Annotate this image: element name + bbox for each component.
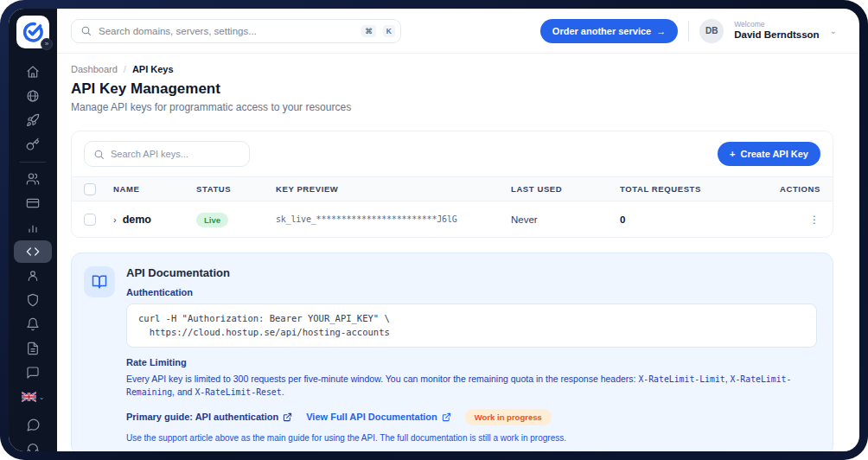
order-service-label: Order another service <box>552 26 651 36</box>
table-row: › demo Live sk_live_********************… <box>72 201 833 237</box>
rate-text-prefix: Every API key is limited to 300 requests… <box>126 374 638 384</box>
sidebar-item-users[interactable] <box>14 168 52 190</box>
sidebar-item-chat[interactable] <box>14 413 52 436</box>
bell-icon <box>26 317 40 331</box>
api-key-search-input[interactable] <box>111 149 240 159</box>
external-link-icon <box>283 412 292 422</box>
topbar: ⌘ K Order another service → DB Welcome D… <box>57 9 859 54</box>
logo-container: » <box>16 16 49 48</box>
message-square-icon <box>26 366 40 380</box>
sidebar-item-billing[interactable] <box>14 192 52 214</box>
docs-body: API Documentation Authentication curl -H… <box>126 266 817 443</box>
rocket-icon <box>26 113 40 127</box>
page-subtitle: Manage API keys for programmatic access … <box>71 101 833 113</box>
primary-guide-label: Primary guide: API authentication <box>126 412 278 422</box>
code-icon <box>26 245 40 259</box>
book-open-icon <box>92 274 107 290</box>
row-actions-menu[interactable]: ⋮ <box>772 214 820 226</box>
rate-text-suffix: . <box>282 387 284 397</box>
app-window: » <box>9 9 859 451</box>
global-search[interactable]: ⌘ K <box>71 19 401 43</box>
card-header: + Create API Key <box>72 131 833 176</box>
code-line-2: https://cloud.hostup.se/api/hosting-acco… <box>138 327 390 337</box>
auth-code-block[interactable]: curl -H "Authorization: Bearer YOUR_API_… <box>126 303 817 348</box>
view-full-docs-label: View Full API Documentation <box>306 412 437 422</box>
breadcrumb: Dashboard / API Keys <box>71 64 833 74</box>
chevron-down-icon: ⌄ <box>39 393 45 401</box>
page-title: API Key Management <box>71 80 833 98</box>
sidebar-item-security[interactable] <box>14 289 52 311</box>
language-selector[interactable]: ⌄ <box>22 387 45 406</box>
column-header-name[interactable]: NAME <box>113 184 196 194</box>
avatar[interactable]: DB <box>699 19 724 43</box>
rate-header-reset: X-RateLimit-Reset <box>195 387 281 397</box>
kbd-command: ⌘ <box>361 25 376 37</box>
expand-chevron-icon[interactable]: › <box>113 214 117 225</box>
sidebar-expand-button[interactable]: » <box>41 38 53 50</box>
column-header-total-requests[interactable]: TOTAL REQUESTS <box>620 184 772 194</box>
file-text-icon <box>26 342 40 355</box>
user-menu-chevron-icon[interactable]: ⌄ <box>830 26 837 35</box>
column-header-status[interactable]: STATUS <box>196 184 276 194</box>
breadcrumb-dashboard[interactable]: Dashboard <box>71 64 118 74</box>
external-link-icon <box>442 412 451 422</box>
sidebar-item-home[interactable] <box>14 61 52 83</box>
rate-limiting-text: Every API key is limited to 300 requests… <box>126 373 817 399</box>
user-info[interactable]: Welcome David Berndtsson <box>734 21 819 41</box>
sidebar-item-analytics[interactable] <box>14 216 52 239</box>
sidebar-item-documents[interactable] <box>14 337 52 360</box>
sidebar-item-servers[interactable] <box>14 109 52 131</box>
rate-header-limit: X-RateLimit-Limit <box>638 374 724 384</box>
api-key-name-cell[interactable]: › demo <box>113 214 196 226</box>
column-header-actions: ACTIONS <box>772 184 820 194</box>
search-icon <box>80 25 92 36</box>
user-name: David Berndtsson <box>734 29 819 41</box>
api-keys-card: + Create API Key NAME STATUS KEY PREVIEW… <box>71 131 833 238</box>
api-key-name: demo <box>123 214 151 226</box>
sidebar-item-account[interactable] <box>14 265 52 287</box>
arrow-right-icon: → <box>656 26 666 36</box>
rate-sep-2: , and <box>172 387 195 397</box>
sidebar-item-domains[interactable] <box>14 85 52 107</box>
headset-icon <box>26 442 40 451</box>
page-content: Dashboard / API Keys API Key Management … <box>57 54 859 451</box>
sidebar-item-access-keys[interactable] <box>14 133 52 156</box>
sidebar-bottom-group: ⌄ <box>9 387 57 451</box>
breadcrumb-current: API Keys <box>132 64 174 74</box>
code-line-1: curl -H "Authorization: Bearer YOUR_API_… <box>138 313 390 323</box>
sidebar-item-api-keys[interactable] <box>14 240 52 263</box>
api-key-search[interactable] <box>84 141 250 167</box>
total-requests-value: 0 <box>620 214 772 225</box>
sidebar-item-support[interactable] <box>14 361 52 384</box>
user-icon <box>26 269 40 283</box>
order-service-button[interactable]: Order another service → <box>540 19 678 43</box>
view-full-docs-link[interactable]: View Full API Documentation <box>306 412 451 422</box>
docs-footnote: Use the support article above as the mai… <box>126 433 817 443</box>
work-in-progress-badge: Work in progress <box>465 409 552 425</box>
uk-flag-icon <box>22 392 36 402</box>
last-used-value: Never <box>511 214 620 225</box>
users-icon <box>26 172 40 186</box>
global-search-input[interactable] <box>99 26 354 36</box>
breadcrumb-separator: / <box>124 64 126 74</box>
kbd-k: K <box>383 25 395 37</box>
welcome-label: Welcome <box>734 21 819 29</box>
sidebar-item-headset[interactable] <box>14 438 52 451</box>
topbar-divider <box>688 21 689 42</box>
row-checkbox[interactable] <box>84 214 96 226</box>
column-header-last-used[interactable]: LAST USED <box>511 184 620 194</box>
primary-guide-link[interactable]: Primary guide: API authentication <box>126 412 292 422</box>
select-all-checkbox[interactable] <box>84 183 96 195</box>
create-api-key-button[interactable]: + Create API Key <box>718 142 820 166</box>
main-area: ⌘ K Order another service → DB Welcome D… <box>57 9 859 451</box>
status-badge: Live <box>196 213 228 227</box>
sidebar-item-notifications[interactable] <box>14 313 52 335</box>
plus-icon: + <box>730 149 735 159</box>
sidebar-divider <box>20 162 46 163</box>
column-header-key-preview[interactable]: KEY PREVIEW <box>276 184 511 194</box>
chat-bubble-icon <box>26 418 41 432</box>
book-icon-container <box>84 266 115 297</box>
credit-card-icon <box>26 196 40 210</box>
table-header-row: NAME STATUS KEY PREVIEW LAST USED TOTAL … <box>72 176 833 201</box>
key-preview: sk_live_************************J6lG <box>276 214 511 224</box>
